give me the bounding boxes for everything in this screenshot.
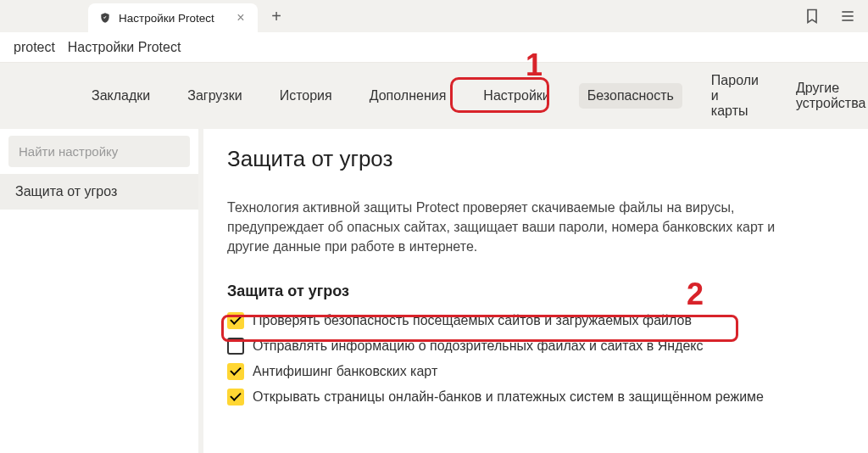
breadcrumb-seg-1: protect (14, 40, 55, 55)
section-title: Защита от угроз (227, 282, 844, 300)
new-tab-button[interactable]: + (264, 4, 288, 28)
close-icon[interactable]: × (234, 11, 248, 25)
nav-passwords[interactable]: Пароли и карты (703, 68, 767, 124)
option-check-sites[interactable]: Проверять безопасность посещаемых сайтов… (227, 312, 844, 329)
page-title: Защита от угроз (227, 146, 844, 172)
sidebar: Найти настройку Защита от угроз (0, 129, 200, 453)
nav-devices[interactable]: Другие устройства (787, 76, 868, 116)
description: Технология активной защиты Protect прове… (227, 198, 804, 257)
option-label: Проверять безопасность посещаемых сайтов… (253, 313, 692, 328)
option-protected-mode[interactable]: Открывать страницы онлайн-банков и плате… (227, 389, 844, 405)
settings-nav: Закладки Загрузки История Дополнения Нас… (0, 63, 868, 129)
nav-security[interactable]: Безопасность (579, 83, 682, 109)
tab-title: Настройки Protect (119, 12, 227, 25)
nav-history[interactable]: История (271, 83, 341, 109)
checkbox-icon[interactable] (227, 338, 244, 355)
checkbox-icon[interactable] (227, 389, 244, 405)
nav-downloads[interactable]: Загрузки (179, 83, 250, 109)
browser-tab[interactable]: Настройки Protect × (88, 3, 258, 32)
breadcrumb-seg-2: Настройки Protect (68, 40, 181, 55)
shield-icon (98, 11, 112, 25)
checkbox-icon[interactable] (227, 312, 244, 329)
nav-addons[interactable]: Дополнения (361, 83, 455, 109)
option-label: Открывать страницы онлайн-банков и плате… (253, 389, 764, 405)
content-pane: Защита от угроз Технология активной защи… (203, 129, 868, 453)
option-label: Антифишинг банковских карт (253, 364, 437, 379)
option-send-info[interactable]: Отправлять информацию о подозрительных ф… (227, 338, 844, 355)
tab-bar: Настройки Protect × + (0, 0, 868, 32)
sidebar-item-threat-protection[interactable]: Защита от угроз (0, 174, 198, 210)
menu-icon[interactable] (837, 6, 858, 26)
nav-bookmarks[interactable]: Закладки (83, 83, 159, 109)
option-label: Отправлять информацию о подозрительных ф… (253, 338, 704, 354)
main-area: Найти настройку Защита от угроз Защита о… (0, 129, 868, 453)
nav-settings[interactable]: Настройки (475, 83, 558, 109)
address-bar[interactable]: protect Настройки Protect (0, 32, 868, 63)
bookmark-icon[interactable] (802, 6, 822, 26)
search-input[interactable]: Найти настройку (8, 136, 190, 167)
tabbar-right (802, 0, 858, 32)
option-antiphishing[interactable]: Антифишинг банковских карт (227, 363, 844, 380)
checkbox-icon[interactable] (227, 363, 244, 380)
